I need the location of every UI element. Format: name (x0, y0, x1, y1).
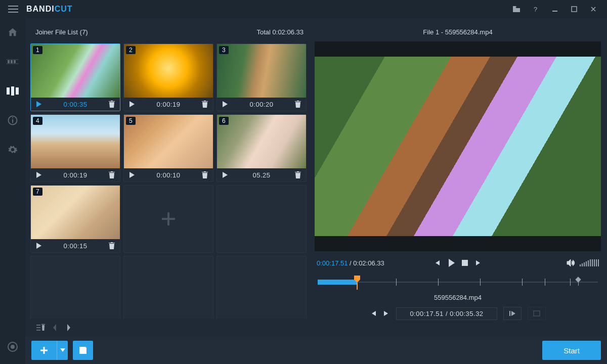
mark-in-button[interactable] (503, 307, 522, 320)
empty-slot (216, 185, 307, 253)
volume-level[interactable] (580, 259, 599, 266)
record-button[interactable] (0, 337, 25, 357)
clip-duration: 05.25 (230, 171, 293, 179)
preview-title: File 1 - 559556284.mp4 (315, 22, 601, 41)
logo-cut: CUT (55, 5, 73, 13)
nav-home[interactable] (0, 22, 25, 42)
clip-play-button[interactable] (127, 101, 137, 107)
empty-slot (123, 256, 213, 318)
clip-play-button[interactable] (220, 101, 230, 107)
open-folder-button[interactable] (507, 0, 526, 18)
nav-cut[interactable] (0, 52, 25, 72)
clip-duration: 0:00:15 (44, 242, 107, 250)
nav-settings[interactable] (0, 140, 25, 160)
clip-delete-button[interactable] (293, 101, 303, 108)
mark-out-button[interactable] (528, 307, 546, 320)
clip-delete-button[interactable] (107, 101, 117, 108)
svg-rect-10 (12, 119, 13, 123)
clip-thumbnail[interactable] (31, 186, 120, 239)
svg-rect-6 (7, 87, 10, 95)
clip-delete-button[interactable] (293, 171, 303, 178)
clip-delete-button[interactable] (107, 171, 117, 178)
help-button[interactable]: ? (526, 0, 545, 18)
svg-rect-16 (534, 311, 540, 316)
segment-filename: 559556284.mp4 (317, 291, 599, 305)
clip-thumbnail[interactable] (124, 44, 213, 98)
clip-play-button[interactable] (34, 172, 44, 178)
svg-rect-5 (14, 60, 16, 63)
svg-rect-4 (11, 60, 13, 63)
svg-text:?: ? (534, 6, 537, 13)
clip-thumbnail[interactable] (217, 115, 306, 168)
preview-video[interactable] (315, 41, 601, 251)
svg-rect-3 (8, 60, 10, 63)
clip-slot[interactable]: 3 0:00:20 (216, 43, 307, 111)
list-header: Joiner File List (7) Total 0:02:06.33 (30, 22, 309, 41)
seg-next-button[interactable] (383, 310, 390, 317)
volume-icon[interactable] (567, 259, 576, 267)
clip-thumbnail[interactable] (31, 115, 120, 168)
svg-rect-14 (462, 260, 468, 266)
svg-rect-2 (572, 7, 577, 12)
clip-play-button[interactable] (34, 243, 44, 249)
clip-number: 3 (219, 46, 229, 54)
clip-number: 5 (126, 117, 136, 125)
clip-slot[interactable]: 1 0:00:35 (30, 43, 120, 111)
add-file-button[interactable] (31, 341, 68, 360)
clip-play-button[interactable] (34, 101, 44, 107)
clip-number: 1 (33, 46, 42, 54)
segment-time-range: 0:00:17.51 / 0:00:35.32 (396, 307, 497, 320)
svg-point-13 (11, 345, 15, 349)
play-button[interactable] (448, 259, 455, 267)
clip-duration: 0:00:19 (137, 101, 200, 108)
add-file-dropdown[interactable] (57, 341, 68, 360)
empty-slot (216, 256, 307, 318)
clip-slot[interactable]: 5 0:00:10 (123, 114, 213, 182)
nav-join[interactable] (0, 81, 25, 101)
clip-slot[interactable]: 7 0:00:15 (30, 185, 120, 253)
svg-rect-7 (11, 86, 14, 96)
list-count: (7) (80, 28, 88, 36)
save-project-button[interactable] (73, 341, 93, 360)
next-clip-button[interactable] (475, 259, 482, 266)
clip-slot[interactable]: 4 0:00:19 (30, 114, 120, 182)
svg-rect-8 (16, 87, 19, 95)
clip-duration: 0:00:35 (44, 101, 107, 108)
clip-number: 6 (219, 117, 229, 125)
clip-slot[interactable]: 6 05.25 (216, 114, 307, 182)
clip-delete-button[interactable] (200, 101, 210, 108)
clear-list-button[interactable] (33, 321, 48, 335)
nav-info[interactable] (0, 110, 25, 130)
svg-rect-11 (12, 117, 13, 118)
clip-delete-button[interactable] (107, 242, 117, 249)
svg-rect-1 (552, 11, 557, 12)
list-title: Joiner File List (35, 28, 78, 36)
clip-slot[interactable]: 2 0:00:19 (123, 43, 213, 111)
start-button[interactable]: Start (542, 341, 601, 360)
logo-bandi: BANDI (26, 5, 55, 13)
clip-thumbnail[interactable] (217, 44, 306, 98)
clip-duration: 0:00:20 (230, 101, 293, 108)
minimize-button[interactable] (545, 0, 565, 18)
app-logo: BANDICUT (26, 5, 73, 14)
clip-delete-button[interactable] (200, 171, 210, 178)
clip-thumbnail[interactable] (124, 115, 213, 168)
prev-clip-button[interactable] (433, 259, 441, 266)
empty-slot (30, 256, 120, 318)
clip-play-button[interactable] (220, 172, 230, 178)
add-clip-slot[interactable] (123, 185, 213, 253)
maximize-button[interactable] (565, 0, 584, 18)
menu-button[interactable] (4, 6, 22, 13)
clip-number: 7 (33, 188, 42, 196)
clip-grid: 1 0:00:35 2 0:00:19 (30, 43, 308, 318)
prev-page-button[interactable] (48, 321, 62, 335)
stop-button[interactable] (462, 260, 468, 266)
clip-thumbnail[interactable] (31, 44, 120, 98)
next-page-button[interactable] (62, 321, 76, 335)
close-button[interactable] (584, 0, 603, 18)
timeline[interactable] (318, 274, 598, 291)
seg-prev-button[interactable] (370, 310, 377, 317)
playhead-time: 0:00:17.51 / 0:02:06.33 (317, 259, 384, 267)
clip-play-button[interactable] (127, 172, 137, 178)
clip-duration: 0:00:19 (44, 171, 107, 179)
